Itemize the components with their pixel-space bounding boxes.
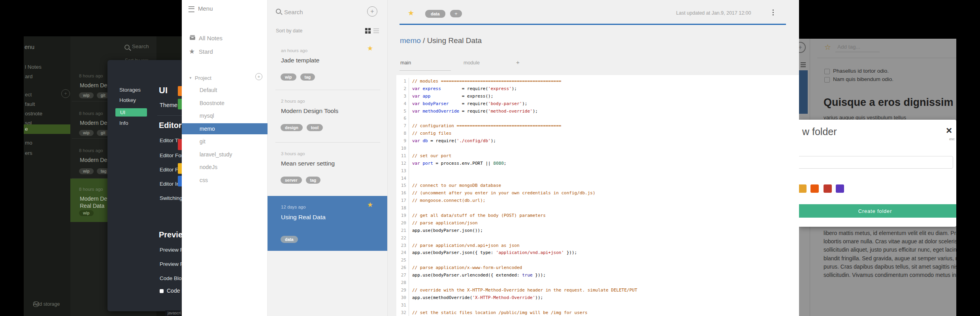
code-text: // get all data/stuff of the body (POST)… bbox=[409, 212, 546, 220]
sidebar-folder-Default[interactable]: Default bbox=[182, 85, 268, 96]
breadcrumb-folder[interactable]: memo bbox=[400, 36, 421, 45]
left-app-search-label[interactable]: Search bbox=[132, 43, 149, 49]
right-app-window: Phasellus id tortor odio.Nam quis bibend… bbox=[799, 39, 956, 316]
note-date: 8 hours ago bbox=[79, 187, 103, 192]
sidebar-folder-nodeJs[interactable]: nodeJs bbox=[182, 162, 268, 173]
note-tags: wiptag bbox=[79, 168, 111, 174]
add-tag-button[interactable] bbox=[450, 10, 462, 17]
note-list-item[interactable]: 3 hours agoMean server settingservertag bbox=[268, 143, 387, 196]
left-app-folder-item[interactable]: ers bbox=[24, 149, 70, 158]
folder-color-swatch[interactable] bbox=[810, 184, 819, 193]
line-number: 4 bbox=[396, 100, 409, 108]
star-icon bbox=[189, 47, 195, 56]
code-line: 16// (uncomment after you enter in your … bbox=[396, 190, 799, 197]
note-date: 8 hours ago bbox=[79, 148, 103, 153]
line-number: 30 bbox=[396, 294, 409, 302]
left-app-folder-item[interactable]: mo bbox=[24, 138, 70, 148]
line-number: 12 bbox=[396, 160, 409, 167]
sidebar-item-all-notes[interactable]: All Notes bbox=[190, 35, 261, 43]
code-line: 21app.use(bodyParser.json()); bbox=[396, 227, 799, 235]
folder-color-swatch[interactable] bbox=[836, 184, 844, 193]
note-list-item[interactable]: 12 days agoUsing Real Datadata bbox=[268, 196, 387, 251]
line-number: 13 bbox=[396, 167, 409, 175]
settings-checkbox[interactable] bbox=[160, 289, 164, 293]
more-options-icon[interactable] bbox=[773, 9, 774, 11]
close-icon[interactable]: × bbox=[946, 124, 952, 137]
code-token: // mongoose.connect(db.url); bbox=[412, 198, 485, 203]
code-text: // connect to our mongoDB database bbox=[409, 182, 501, 190]
code-token: var bbox=[412, 86, 420, 91]
sidebar-item-starred[interactable]: Stard bbox=[190, 48, 261, 56]
folder-color-swatch[interactable] bbox=[824, 184, 832, 193]
code-line: 19// get all data/stuff of the body (POS… bbox=[396, 212, 799, 220]
code-line: 32// set the static files location /publ… bbox=[396, 309, 799, 316]
code-token: // set the static files location /public… bbox=[412, 310, 588, 315]
tab-module[interactable]: module bbox=[464, 60, 480, 66]
left-app-project-label[interactable]: ect bbox=[25, 92, 32, 98]
settings-item[interactable]: Preview F bbox=[160, 261, 183, 267]
note-tags: servertag bbox=[281, 177, 320, 184]
left-app-folder-item[interactable]: ostnote bbox=[24, 109, 70, 118]
search-input[interactable] bbox=[283, 8, 356, 16]
line-number: 5 bbox=[396, 108, 409, 115]
new-note-button[interactable] bbox=[367, 6, 377, 17]
note-date: 8 hours ago bbox=[79, 111, 103, 116]
left-app-folder-item[interactable]: e bbox=[24, 124, 70, 134]
search-icon bbox=[276, 9, 281, 14]
code-line: 5var methodOverride = require('method-ov… bbox=[396, 108, 799, 115]
note-list-item[interactable]: 2 hours agoModern Design Toolsdesigntool bbox=[268, 90, 387, 143]
code-token: var bbox=[412, 109, 420, 114]
left-app-menu-label[interactable]: enu bbox=[24, 43, 34, 50]
code-text: // config files bbox=[409, 130, 451, 137]
code-text bbox=[409, 302, 412, 309]
sidebar-folder-mysql[interactable]: mysql bbox=[182, 110, 268, 121]
sort-by-label[interactable]: Sort by date bbox=[276, 28, 302, 34]
left-app-add-storage-button[interactable]: Add storage bbox=[24, 300, 70, 308]
new-folder-dialog: w folder × esc Create folder bbox=[799, 120, 956, 227]
folder-color-swatch[interactable] bbox=[799, 184, 807, 193]
settings-item[interactable]: Switching bbox=[160, 195, 183, 201]
note-list-item[interactable]: an hours agoJade templatewiptag bbox=[268, 40, 387, 90]
code-token: ); bbox=[522, 101, 527, 106]
sidebar-folder-laravel_study[interactable]: laravel_study bbox=[182, 149, 268, 160]
code-token: app bbox=[423, 94, 431, 99]
tab-main[interactable]: main bbox=[400, 60, 411, 66]
grid-view-icon[interactable] bbox=[365, 28, 368, 30]
settings-nav-ui[interactable]: UI bbox=[115, 108, 147, 117]
add-folder-icon[interactable] bbox=[255, 73, 262, 80]
menu-label[interactable]: Menu bbox=[198, 5, 213, 12]
code-text: app.use(bodyParser.json({ type: 'applica… bbox=[409, 249, 577, 257]
settings-item[interactable]: Preview F bbox=[160, 247, 183, 253]
settings-item[interactable]: Editor For bbox=[160, 152, 183, 158]
list-view-icon[interactable] bbox=[373, 28, 379, 29]
code-token: // parse application/vnd.api+json as jso… bbox=[412, 243, 520, 248]
note-tag-badge[interactable]: data bbox=[425, 10, 445, 18]
left-app-folder-item[interactable]: fault bbox=[24, 100, 70, 109]
sidebar-folder-memo[interactable]: memo bbox=[182, 123, 268, 134]
left-app-add-folder-icon[interactable] bbox=[61, 89, 70, 98]
code-token: var bbox=[412, 101, 420, 106]
menu-icon[interactable] bbox=[188, 6, 194, 12]
line-number: 32 bbox=[396, 309, 409, 316]
code-token bbox=[420, 86, 423, 91]
front-app-window: Menu All Notes Stard Project DefaultBoos… bbox=[182, 0, 799, 316]
settings-item[interactable]: Code Blo bbox=[160, 275, 182, 281]
code-text: // modules =============================… bbox=[409, 78, 562, 85]
line-number: 18 bbox=[396, 205, 409, 212]
project-group-label[interactable]: Project bbox=[189, 75, 211, 81]
code-token: app.use(bodyParser.json()); bbox=[412, 228, 483, 233]
sidebar-folder-git[interactable]: git bbox=[182, 136, 268, 147]
sidebar-folder-Boostnote[interactable]: Boostnote bbox=[182, 98, 268, 109]
code-text: // override with the X-HTTP-Method-Overr… bbox=[409, 287, 637, 294]
code-text bbox=[409, 145, 412, 152]
star-icon[interactable] bbox=[408, 9, 414, 17]
left-app-starred-item[interactable]: ard bbox=[25, 73, 33, 79]
code-editor[interactable]: 1// modules ============================… bbox=[396, 75, 799, 316]
left-app-all-notes-item[interactable]: l Notes bbox=[25, 64, 41, 70]
line-number: 28 bbox=[396, 279, 409, 287]
last-updated-label: Last updated at Jan.9, 2017 12:00 bbox=[676, 10, 751, 16]
folder-name-input[interactable] bbox=[799, 156, 953, 169]
sidebar-folder-css[interactable]: css bbox=[182, 175, 268, 186]
tab-add[interactable]: + bbox=[516, 59, 520, 66]
create-folder-button[interactable]: Create folder bbox=[799, 204, 956, 218]
